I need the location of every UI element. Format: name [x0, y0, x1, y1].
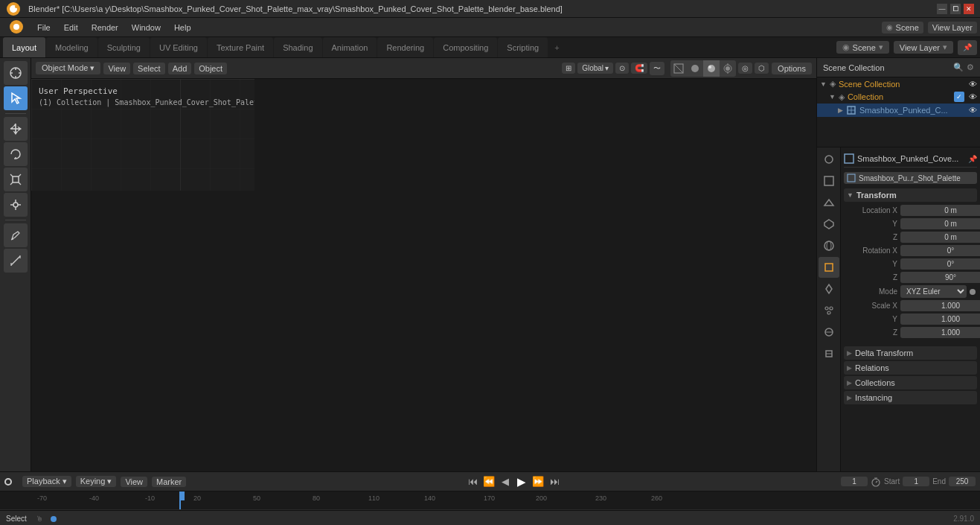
modifier-properties-button[interactable] [819, 279, 839, 299]
view-menu-button[interactable]: View [103, 63, 130, 74]
outliner-settings-button[interactable]: ⚙ [967, 63, 974, 72]
keying-menu-button[interactable]: Keying ▾ [76, 476, 117, 487]
scale-z-input[interactable] [900, 327, 980, 338]
collection-eye-icon[interactable]: 👁 [969, 92, 977, 101]
marker-menu-button[interactable]: Marker [152, 477, 186, 487]
rotation-y-input[interactable] [900, 258, 980, 270]
outliner-filter-button[interactable]: 🔍 [953, 63, 964, 72]
tab-scripting[interactable]: Scripting [498, 37, 548, 57]
xray-button[interactable]: ⬡ [755, 63, 769, 74]
scale-tool-button[interactable] [4, 168, 28, 191]
relations-section[interactable]: ▶ Relations [844, 361, 977, 375]
cursor-tool-button[interactable] [4, 61, 28, 85]
scene-properties-button[interactable] [819, 214, 839, 235]
delta-transform-section[interactable]: ▶ Delta Transform [844, 346, 977, 360]
tab-rendering[interactable]: Rendering [377, 37, 433, 57]
instancing-section[interactable]: ▶ Instancing [844, 391, 977, 404]
tab-layout[interactable]: Layout [3, 37, 45, 57]
viewport-options-button[interactable]: Options [772, 63, 812, 74]
select-tool-button[interactable] [4, 86, 28, 110]
rotate-tool-button[interactable] [4, 142, 28, 166]
menu-blender[interactable] [3, 18, 30, 37]
transform-tool-button[interactable] [4, 193, 28, 217]
tab-modeling[interactable]: Modeling [46, 37, 97, 57]
menu-file[interactable]: File [31, 22, 57, 34]
rendered-shading-button[interactable] [720, 60, 736, 77]
snap-button[interactable]: 🧲 [631, 63, 647, 74]
view-menu-button-tl[interactable]: View [121, 477, 147, 487]
transform-pivot-button[interactable]: Global ▾ [577, 63, 613, 74]
play-forward-button[interactable]: ▶ [514, 474, 529, 489]
tab-sculpting[interactable]: Sculpting [98, 37, 150, 57]
object-mode-button[interactable]: Object Mode ▾ [36, 62, 100, 74]
scene-selector[interactable]: ◉ Scene ▾ [836, 41, 889, 54]
location-x-input[interactable] [900, 205, 980, 216]
menu-edit[interactable]: Edit [58, 22, 84, 34]
wireframe-shading-button[interactable] [670, 60, 687, 77]
scale-x-input[interactable] [900, 300, 980, 311]
tab-shading[interactable]: Shading [274, 37, 321, 57]
jump-start-button[interactable]: ⏮ [465, 474, 480, 489]
rotation-mode-dropdown[interactable]: XYZ Euler XZY Euler YXZ Euler YZX Euler … [900, 285, 967, 298]
maximize-button[interactable]: ⧠ [950, 4, 961, 14]
viewport[interactable]: Object Mode ▾ View Select Add Object ⊞ G… [31, 58, 816, 471]
rotation-z-input[interactable] [900, 272, 980, 283]
select-menu-button[interactable]: Select [133, 63, 165, 74]
output-properties-button[interactable] [819, 171, 839, 191]
add-workspace-button[interactable]: + [548, 37, 565, 57]
jump-forward-button[interactable]: ⏩ [531, 474, 545, 489]
add-menu-button[interactable]: Add [168, 63, 192, 74]
overlay-button[interactable]: ◎ [738, 63, 752, 74]
viewlayer-selector[interactable]: View Layer ▾ [894, 41, 953, 54]
proportional-edit-button[interactable]: ⊙ [615, 63, 629, 74]
solid-shading-button[interactable] [687, 60, 703, 77]
minimize-button[interactable]: — [937, 4, 947, 14]
location-y-input[interactable] [900, 218, 980, 229]
material-icon [705, 63, 717, 74]
pin-object-button[interactable]: 📌 [968, 155, 977, 163]
scale-y-input[interactable] [900, 314, 980, 325]
play-back-button[interactable]: ◀ [498, 474, 513, 489]
object-properties-button[interactable] [819, 257, 839, 278]
tab-texture-paint[interactable]: Texture Paint [208, 37, 273, 57]
world-properties-button[interactable] [819, 235, 839, 256]
location-z-input[interactable] [900, 232, 980, 243]
tab-compositing[interactable]: Compositing [434, 37, 497, 57]
timeline-track[interactable]: -70 -40 -10 20 50 80 110 140 170 200 230… [0, 491, 980, 510]
rotation-x-input[interactable] [900, 245, 980, 256]
location-z-value: 🔒 [900, 232, 980, 243]
move-tool-button[interactable] [4, 117, 28, 141]
playback-menu-button[interactable]: Playback ▾ [22, 476, 71, 487]
outliner-collection-item[interactable]: ▼ ◈ Collection ✓ 👁 [817, 90, 980, 104]
jump-end-button[interactable]: ⏭ [547, 474, 562, 489]
tab-uv-editing[interactable]: UV Editing [150, 37, 207, 57]
physics-properties-button[interactable] [819, 322, 839, 343]
snap-toggle[interactable]: ⊞ [562, 63, 575, 74]
render-properties-button[interactable] [819, 149, 839, 170]
collection-visibility-checkbox[interactable]: ✓ [954, 92, 964, 102]
transform-section-header[interactable]: ▼ Transform [844, 188, 977, 202]
material-shading-button[interactable] [703, 60, 720, 77]
view-layer-properties-button[interactable] [819, 192, 839, 213]
constraints-properties-button[interactable] [819, 343, 839, 364]
scene-collection-visibility-icon[interactable]: 👁 [969, 80, 977, 89]
start-frame-input[interactable] [903, 477, 929, 486]
menu-render[interactable]: Render [86, 22, 124, 34]
outliner-scene-collection-item[interactable]: ▼ ◈ Scene Collection 👁 [817, 77, 980, 90]
object-menu-button[interactable]: Object [194, 63, 227, 74]
outliner-object-item[interactable]: ▶ Smashbox_Punked_C... 👁 [817, 104, 980, 117]
object-visibility-icon[interactable]: 👁 [969, 106, 977, 115]
jump-back-button[interactable]: ⏪ [481, 474, 496, 489]
annotate-tool-button[interactable] [4, 223, 28, 247]
current-frame-input[interactable] [841, 477, 868, 486]
menu-window[interactable]: Window [126, 22, 167, 34]
end-frame-input[interactable] [949, 477, 976, 486]
falloff-button[interactable]: 〜 [650, 62, 664, 75]
close-button[interactable]: ✕ [964, 4, 974, 14]
collections-section[interactable]: ▶ Collections [844, 376, 977, 389]
pin-button[interactable]: 📌 [958, 40, 977, 55]
menu-help[interactable]: Help [168, 22, 197, 34]
measure-tool-button[interactable] [4, 249, 28, 273]
particles-properties-button[interactable] [819, 300, 839, 321]
tab-animation[interactable]: Animation [323, 37, 377, 57]
